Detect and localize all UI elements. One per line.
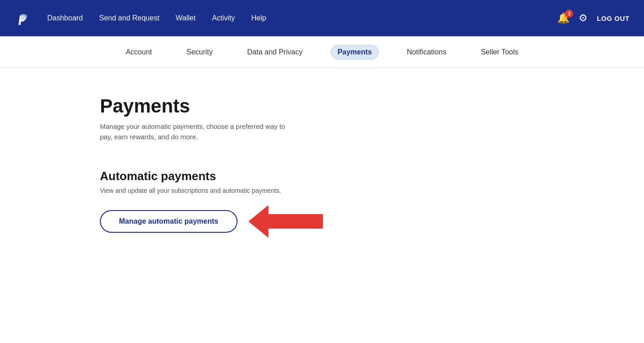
manage-btn-row: Manage automatic payments (100, 205, 644, 238)
nav-wallet[interactable]: Wallet (176, 14, 196, 22)
nav-dashboard[interactable]: Dashboard (47, 14, 83, 22)
subnav-payments[interactable]: Payments (331, 45, 379, 59)
page-subtitle: Manage your automatic payments, choose a… (100, 122, 291, 142)
paypal-logo[interactable] (15, 9, 33, 27)
nav-links: Dashboard Send and Request Wallet Activi… (47, 14, 557, 22)
arrow-head (248, 205, 268, 238)
notifications-bell[interactable]: 🔔 3 (557, 12, 570, 24)
main-content: Payments Manage your automatic payments,… (0, 68, 644, 343)
manage-automatic-payments-button[interactable]: Manage automatic payments (100, 210, 238, 233)
subnav-data-privacy[interactable]: Data and Privacy (241, 45, 309, 59)
page-title: Payments (100, 95, 644, 117)
nav-send-and-request[interactable]: Send and Request (99, 14, 159, 22)
arrow-body (268, 214, 323, 229)
nav-right: 🔔 3 ⚙ LOG OUT (557, 12, 629, 24)
subnav-security[interactable]: Security (180, 45, 219, 59)
logout-button[interactable]: LOG OUT (597, 15, 629, 22)
subnav-account[interactable]: Account (119, 45, 159, 59)
notification-badge: 3 (565, 10, 573, 18)
top-nav: Dashboard Send and Request Wallet Activi… (0, 0, 644, 36)
nav-help[interactable]: Help (251, 14, 266, 22)
section-subtitle: View and update all your subscriptions a… (100, 187, 644, 194)
subnav-notifications[interactable]: Notifications (401, 45, 453, 59)
red-arrow-indicator (248, 205, 323, 238)
settings-icon[interactable]: ⚙ (579, 12, 588, 24)
section-title: Automatic payments (100, 169, 644, 183)
nav-activity[interactable]: Activity (212, 14, 235, 22)
sub-nav: Account Security Data and Privacy Paymen… (0, 36, 644, 68)
subnav-seller-tools[interactable]: Seller Tools (475, 45, 525, 59)
